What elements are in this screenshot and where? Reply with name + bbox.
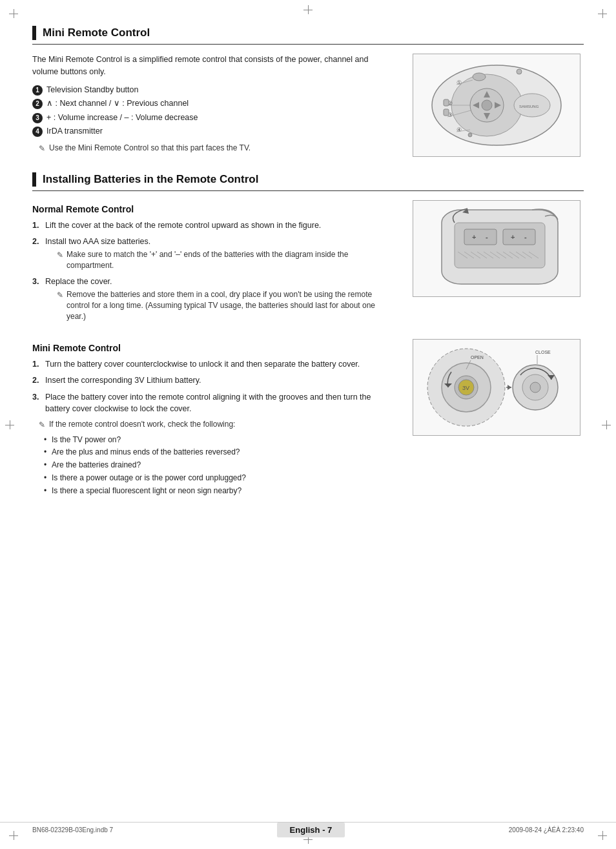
svg-text:①: ①	[457, 79, 462, 86]
normal-step-3-note-text: Remove the batteries and store them in a…	[67, 289, 396, 322]
section1-image: ① ② ③ ④ SAMSUNG	[409, 54, 584, 157]
bullet-num-3: 3	[32, 113, 43, 123]
sub-bullet-1: Is the TV power on?	[44, 435, 396, 445]
svg-rect-26	[503, 229, 535, 245]
svg-text:-: -	[524, 233, 527, 241]
svg-point-54	[530, 382, 540, 393]
left-center-mark	[5, 420, 14, 429]
sub-bullet-4-text: Is there a power outage or is the power …	[52, 473, 246, 482]
svg-point-12	[473, 73, 486, 81]
mini-step-3: Place the battery cover into the remote …	[32, 391, 396, 414]
mini-remote-note-text: If the remote control doesn't work, chec…	[49, 419, 235, 430]
svg-rect-13	[444, 99, 449, 106]
mini-battery-diagram: 3V OPEN CLOSE	[413, 339, 580, 436]
mini-remote-svg: ① ② ③ ④ SAMSUNG	[419, 57, 574, 153]
bullet-item-2: 2 ∧ : Next channel / ∨ : Previous channe…	[32, 98, 396, 110]
normal-remote-battery-diagram: + - + -	[413, 200, 580, 297]
sub-bullet-2-text: Are the plus and minus ends of the batte…	[52, 447, 240, 456]
svg-point-3	[482, 100, 492, 110]
bullet-item-3: 3 + : Volume increase / – : Volume decre…	[32, 112, 396, 124]
bullet-num-4: 4	[32, 127, 43, 137]
mini-step-3-text: Place the battery cover into the remote …	[45, 393, 371, 413]
bullet-item-1: 1 Television Standby button	[32, 85, 396, 96]
svg-point-18	[517, 69, 522, 74]
page-footer: BN68-02329B-03Eng.indb 7 English - 7 200…	[0, 822, 616, 837]
section1-intro: The Mini Remote Control is a simplified …	[32, 54, 396, 78]
normal-step-1-text: Lift the cover at the back of the remote…	[45, 221, 321, 230]
normal-remote-section: Normal Remote Control Lift the cover at …	[32, 200, 584, 326]
note-icon-3: ✎	[57, 290, 63, 322]
mini-remote-battery-title: Mini Remote Control	[32, 343, 396, 353]
bullet-text-1: Television Standby button	[46, 85, 138, 96]
section1-title: Mini Remote Control	[43, 26, 150, 39]
mini-battery-svg: 3V OPEN CLOSE	[416, 340, 577, 435]
bullet-text-3: + : Volume increase / – : Volume decreas…	[46, 112, 198, 124]
normal-step-2-note: ✎ Make sure to match the '+' and '–' end…	[57, 249, 396, 271]
section1-bar	[32, 26, 36, 40]
page: Mini Remote Control The Mini Remote Cont…	[0, 0, 616, 849]
bullet-num-1: 1	[32, 85, 43, 96]
svg-text:④: ④	[457, 127, 462, 133]
sub-bullet-2: Are the plus and minus ends of the batte…	[44, 447, 396, 458]
bullet-text-4: IrDA transmitter	[46, 126, 103, 138]
footer-center: English - 7	[277, 823, 345, 837]
battery-normal-svg: + - + -	[416, 203, 577, 294]
normal-step-2: Install two AAA size batteries. ✎ Make s…	[32, 236, 396, 271]
normal-step-3: Replace the cover. ✎ Remove the batterie…	[32, 276, 396, 322]
footer-left: BN68-02329B-03Eng.indb 7	[32, 826, 113, 834]
mini-step-1-text: Turn the battery cover counterclockwise …	[45, 360, 360, 369]
sub-bullet-3: Are the batteries drained?	[44, 460, 396, 471]
normal-step-3-note: ✎ Remove the batteries and store them in…	[57, 289, 396, 322]
mini-step-2: Insert the corresponding 3V Lithium batt…	[32, 374, 396, 386]
section1-content: The Mini Remote Control is a simplified …	[32, 54, 584, 157]
svg-marker-59	[508, 385, 511, 390]
normal-remote-title: Normal Remote Control	[32, 204, 396, 214]
normal-remote-text: Normal Remote Control Lift the cover at …	[32, 200, 396, 326]
section1-heading: Mini Remote Control	[32, 26, 584, 45]
sub-bullet-1-text: Is the TV power on?	[52, 435, 121, 444]
footer-right: 2009-08-24 ¿ÀÉÀ 2:23:40	[509, 826, 584, 834]
mini-remote-note: ✎ If the remote control doesn't work, ch…	[39, 419, 396, 431]
svg-text:OPEN: OPEN	[471, 355, 484, 360]
normal-step-2-note-text: Make sure to match the '+' and '–' ends …	[67, 249, 396, 271]
section2-title: Installing Batteries in the Remote Contr…	[43, 173, 258, 186]
svg-point-17	[468, 133, 472, 137]
normal-remote-image: + - + -	[409, 200, 584, 326]
mini-remote-diagram: ① ② ③ ④ SAMSUNG	[413, 54, 580, 157]
mini-step-2-text: Insert the corresponding 3V Lithium batt…	[45, 376, 201, 385]
svg-rect-25	[464, 229, 497, 245]
right-center-mark	[602, 420, 611, 429]
top-center-mark	[303, 5, 313, 14]
mini-remote-battery-text: Mini Remote Control Turn the battery cov…	[32, 339, 396, 498]
note-text-1: Use the Mini Remote Control so that this…	[49, 143, 251, 154]
sub-bullet-4: Is there a power outage or is the power …	[44, 473, 396, 484]
note-icon-2: ✎	[57, 250, 63, 271]
bullet-item-4: 4 IrDA transmitter	[32, 126, 396, 138]
mini-remote-steps: Turn the battery cover counterclockwise …	[32, 358, 396, 414]
section1-note: ✎ Use the Mini Remote Control so that th…	[39, 143, 396, 154]
bullet-num-2: 2	[32, 99, 43, 109]
sub-bullet-3-text: Are the batteries drained?	[52, 460, 141, 469]
mini-remote-battery-image: 3V OPEN CLOSE	[409, 339, 584, 498]
normal-step-3-text: Replace the cover.	[45, 277, 112, 286]
svg-text:SAMSUNG: SAMSUNG	[519, 105, 539, 108]
normal-remote-steps: Lift the cover at the back of the remote…	[32, 220, 396, 322]
svg-text:+: +	[511, 233, 515, 241]
svg-text:+: +	[472, 233, 476, 241]
svg-text:CLOSE: CLOSE	[535, 350, 551, 354]
section2-heading: Installing Batteries in the Remote Contr…	[32, 172, 584, 191]
normal-step-1: Lift the cover at the back of the remote…	[32, 220, 396, 231]
section2-bar	[32, 172, 36, 187]
sub-bullet-5: Is there a special fluorescent light or …	[44, 486, 396, 496]
mini-remote-battery-section: Mini Remote Control Turn the battery cov…	[32, 339, 584, 498]
corner-mark-tl	[9, 9, 18, 18]
note-icon-1: ✎	[39, 143, 45, 154]
normal-step-2-text: Install two AAA size batteries.	[45, 237, 150, 246]
note-icon-4: ✎	[39, 420, 45, 431]
section-mini-remote: Mini Remote Control The Mini Remote Cont…	[32, 26, 584, 157]
section1-bullets: 1 Television Standby button 2 ∧ : Next c…	[32, 85, 396, 138]
corner-mark-tr	[598, 9, 607, 18]
section1-text-area: The Mini Remote Control is a simplified …	[32, 54, 396, 157]
mini-remote-sub-bullets: Is the TV power on? Are the plus and min…	[44, 435, 396, 496]
svg-text:3V: 3V	[462, 385, 469, 391]
